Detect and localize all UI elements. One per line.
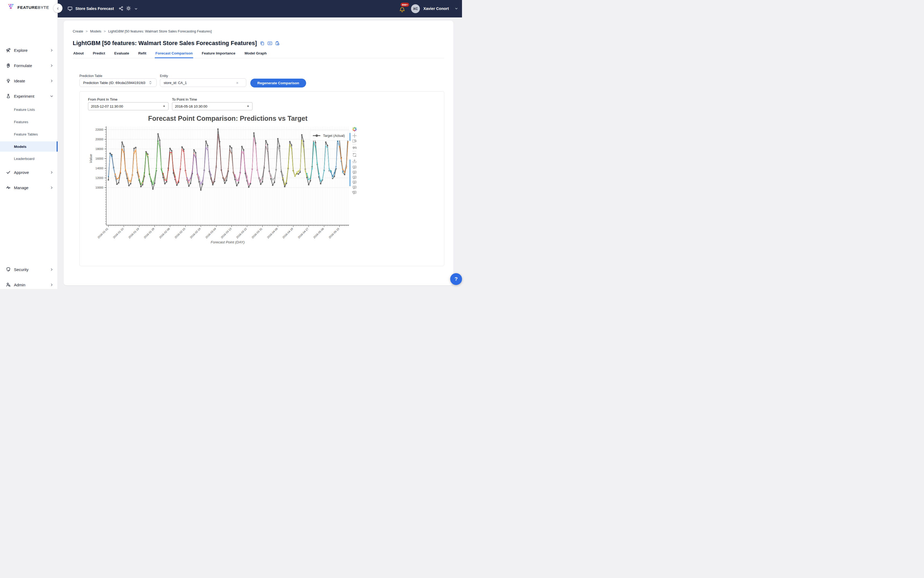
help-button[interactable]: ? <box>450 273 462 285</box>
sidebar-item-feature-lists[interactable]: Feature Lists <box>0 104 58 115</box>
sidebar-item-feature-tables[interactable]: Feature Tables <box>0 129 58 139</box>
sidebar-item-security[interactable]: Security <box>0 263 58 275</box>
modebar-more-icon[interactable]: ... <box>352 189 355 193</box>
tab-predict[interactable]: Predict <box>92 50 106 58</box>
tab-about[interactable]: About <box>73 50 84 58</box>
top-bar: Store Sales Forecast 999+ XC Xavier Cono… <box>0 0 462 18</box>
chevron-right-icon <box>50 170 53 174</box>
user-search-icon <box>6 282 11 287</box>
sidebar-item-formulate[interactable]: Formulate <box>0 60 58 71</box>
select-caret-icon: ▼ <box>163 105 165 107</box>
prediction-table-select[interactable]: Prediction Table (ID: 69cda15944191fd3 <box>79 78 157 87</box>
modebar-divider <box>352 144 356 144</box>
svg-text:2016-05-15: 2016-05-15 <box>328 227 340 239</box>
to-point-select[interactable]: 2016-05-16 10:30:00 ▼ <box>172 102 253 110</box>
manage-label: Manage <box>14 185 28 190</box>
tab-bar: About Predict Evaluate Refit Forecast Co… <box>73 50 444 58</box>
svg-text:2016-04-18: 2016-04-18 <box>282 227 294 239</box>
tab-feature-importance[interactable]: Feature Importance <box>201 50 236 58</box>
head-gear-icon <box>6 63 11 68</box>
svg-text:2016-03-13: 2016-03-13 <box>220 227 232 239</box>
svg-text:ID: ID <box>269 42 271 44</box>
svg-text:2016-04-09: 2016-04-09 <box>266 227 278 239</box>
avatar[interactable]: XC <box>411 4 420 13</box>
plotly-logo-icon[interactable] <box>352 127 357 132</box>
workspace-chevron-down-icon[interactable] <box>134 7 138 11</box>
sidebar-item-features[interactable]: Features <box>0 117 58 127</box>
sidebar-item-admin[interactable]: Admin <box>0 279 58 289</box>
download-icon[interactable] <box>352 158 357 163</box>
svg-text:12000: 12000 <box>96 176 103 180</box>
tab-evaluate[interactable]: Evaluate <box>114 50 130 58</box>
sidebar: FEATUREBYTE Explore Formulate Id <box>0 0 58 289</box>
from-point-label: From Point In Time <box>88 97 118 101</box>
user-menu-chevron-down-icon[interactable] <box>454 7 458 10</box>
sidebar-item-explore[interactable]: Explore <box>0 44 58 56</box>
tab-forecast-comparison[interactable]: Forecast Comparison <box>155 50 193 58</box>
sidebar-item-ideate[interactable]: Ideate <box>0 75 58 87</box>
legend-line-sample <box>313 135 320 136</box>
breadcrumb-current: LightGBM [50 features: Walmart Store Sal… <box>108 29 212 33</box>
svg-text:16000: 16000 <box>96 157 103 160</box>
comment-icon[interactable] <box>352 175 357 180</box>
sidebar-item-manage[interactable]: Manage <box>0 182 58 193</box>
modebar-scrollbar[interactable] <box>350 159 350 186</box>
breadcrumb-models[interactable]: Models <box>90 29 101 33</box>
entity-input[interactable]: store_id: CA_1 × <box>160 78 246 87</box>
svg-text:2016-04-27: 2016-04-27 <box>297 227 309 239</box>
from-point-select[interactable]: 2015-12-07 11:30:00 ▼ <box>88 102 169 110</box>
sidebar-item-approve[interactable]: Approve <box>0 166 58 178</box>
featurebyte-logo[interactable]: FEATUREBYTE <box>8 3 49 12</box>
comment-icon[interactable] <box>352 170 357 175</box>
modebar-divider <box>352 151 356 151</box>
prediction-table-label: Prediction Table <box>79 74 102 78</box>
svg-text:2016-03-22: 2016-03-22 <box>235 227 247 239</box>
notifications-bell-icon[interactable]: 999+ <box>399 4 408 14</box>
copy-icon[interactable] <box>260 41 264 45</box>
legend-label: Target (Actual) <box>323 134 345 138</box>
zoom-in-out-icon[interactable] <box>352 145 357 151</box>
notification-count-badge: 999+ <box>400 3 409 7</box>
svg-text:2016-02-06: 2016-02-06 <box>159 227 170 239</box>
gear-icon[interactable] <box>126 6 131 11</box>
box-zoom-icon[interactable] <box>352 138 357 144</box>
clipboard-history-icon[interactable] <box>275 41 280 45</box>
reset-axes-icon[interactable] <box>352 152 357 157</box>
clear-entity-icon[interactable]: × <box>236 81 238 85</box>
pan-icon[interactable] <box>352 133 357 138</box>
to-point-label: To Point In Time <box>172 97 197 101</box>
breadcrumb-create[interactable]: Create <box>73 29 83 33</box>
sidebar-item-models[interactable]: Models <box>0 141 58 152</box>
share-icon[interactable] <box>119 6 123 11</box>
svg-text:2016-01-10: 2016-01-10 <box>112 227 124 239</box>
svg-text:Value: Value <box>89 154 93 163</box>
id-badge-icon[interactable]: ID <box>267 41 272 45</box>
approve-label: Approve <box>14 170 29 175</box>
tab-refit[interactable]: Refit <box>138 50 147 58</box>
breadcrumb-separator: > <box>104 29 106 33</box>
svg-text:2016-01-01: 2016-01-01 <box>97 227 109 239</box>
pulse-icon <box>6 185 11 190</box>
sidebar-collapse-button[interactable]: ‹ <box>53 3 63 13</box>
sidebar-item-experiment[interactable]: Experiment <box>0 90 58 102</box>
logo-text: FEATUREBYTE <box>18 5 49 10</box>
collapse-chevron-icon: ‹ <box>57 5 59 11</box>
user-name[interactable]: Xavier Conort <box>423 6 449 11</box>
chevron-right-icon <box>50 79 53 83</box>
sidebar-item-leaderboard[interactable]: Leaderboard <box>0 154 58 164</box>
lightbulb-icon <box>6 78 11 83</box>
chevron-right-icon <box>50 64 53 67</box>
shield-check-icon <box>6 267 11 272</box>
chevron-right-icon <box>50 268 53 271</box>
forecast-comparison-panel: From Point In Time 2015-12-07 11:30:00 ▼… <box>79 91 444 266</box>
tab-model-graph[interactable]: Model Graph <box>244 50 267 58</box>
regenerate-comparison-button[interactable]: Regenerate Comparison <box>250 79 306 88</box>
svg-text:2016-05-06: 2016-05-06 <box>313 227 324 239</box>
modebar-scrollbar[interactable] <box>350 133 350 141</box>
comment-icon[interactable] <box>352 164 357 170</box>
forecast-chart[interactable]: 100001200014000160001800020000220002016-… <box>80 125 444 251</box>
stepper-chevrons-icon <box>149 81 152 84</box>
chart-legend[interactable]: Target (Actual) <box>310 131 350 141</box>
page-title-row: LightGBM [50 features: Walmart Store Sal… <box>73 40 280 47</box>
comment-icon[interactable] <box>352 180 357 185</box>
